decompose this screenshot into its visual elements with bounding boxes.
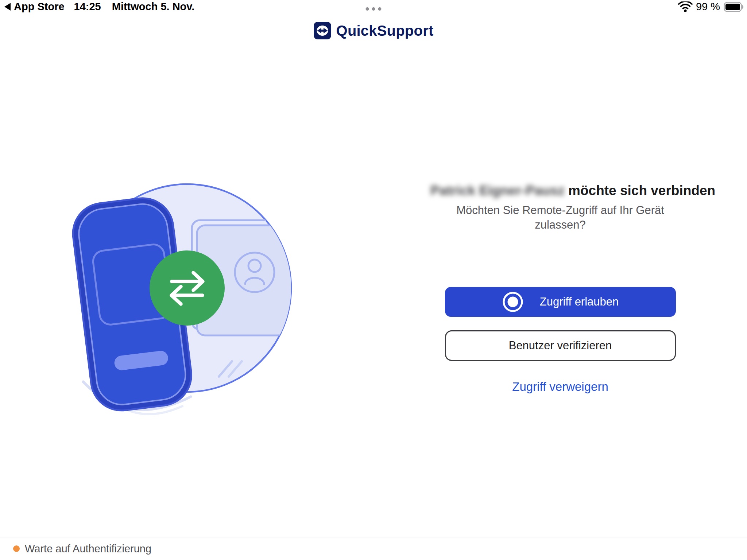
multitask-dots-icon xyxy=(366,7,382,11)
teamviewer-logo-icon xyxy=(314,22,331,39)
app-title: QuickSupport xyxy=(336,23,434,39)
back-to-app-button[interactable]: App Store xyxy=(4,1,65,13)
footer-status-bar: Warte auf Authentifizierung xyxy=(0,537,747,560)
request-panel: Patrick Eigner-Pauszmöchte sich verbinde… xyxy=(430,182,690,394)
status-bar: App Store 14:25 Mittwoch 5. Nov. 99 % xyxy=(0,0,747,16)
allow-access-label: Zugriff erlauben xyxy=(540,295,619,308)
footer-status-text: Warte auf Authentifizierung xyxy=(25,543,151,555)
allow-access-button[interactable]: Zugriff erlauben xyxy=(445,287,676,317)
transfer-badge xyxy=(150,250,225,326)
wifi-icon xyxy=(678,1,693,12)
verify-user-label: Benutzer verifizieren xyxy=(509,339,612,352)
battery-percent: 99 % xyxy=(696,1,720,13)
app-header: QuickSupport xyxy=(0,22,747,39)
request-headline: Patrick Eigner-Pauszmöchte sich verbinde… xyxy=(430,182,690,199)
verify-user-button[interactable]: Benutzer verifizieren xyxy=(445,330,676,361)
record-icon xyxy=(502,291,524,313)
battery-icon xyxy=(724,2,744,12)
back-icon xyxy=(4,3,11,11)
status-dot-icon xyxy=(13,545,20,552)
request-title: möchte sich verbinden xyxy=(568,183,715,198)
request-question: Möchten Sie Remote-Zugriff auf Ihr Gerät… xyxy=(430,203,690,232)
status-time: 14:25 xyxy=(74,1,101,13)
quicksupport-screen: App Store 14:25 Mittwoch 5. Nov. 99 % xyxy=(0,0,747,560)
status-date: Mittwoch 5. Nov. xyxy=(112,1,195,13)
requester-name: Patrick Eigner-Pausz xyxy=(430,183,565,198)
back-app-label[interactable]: App Store xyxy=(14,1,65,13)
deny-access-link[interactable]: Zugriff verweigern xyxy=(512,380,608,394)
connection-illustration xyxy=(28,179,309,420)
